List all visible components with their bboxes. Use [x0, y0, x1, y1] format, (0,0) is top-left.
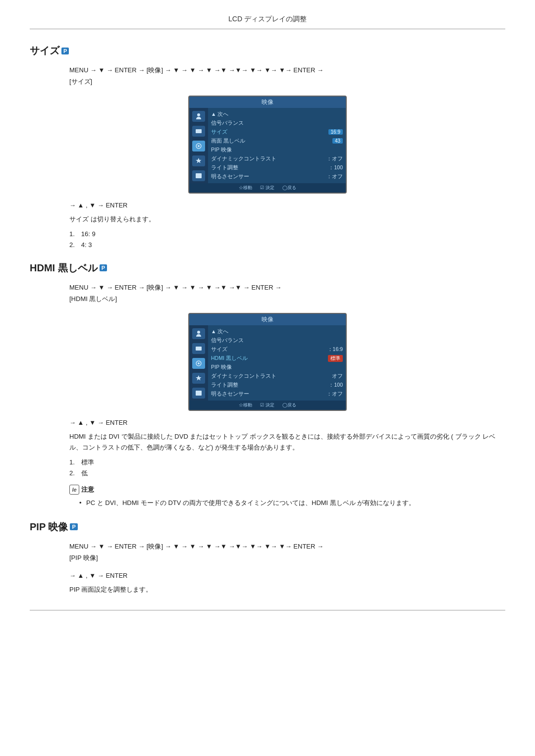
nav-instruction-pip: MENU → ▼ → ENTER → [映像] → ▼ → ▼ → ▼ →▼ →…	[69, 541, 505, 564]
menu-item-pip-1: PIP 映像	[211, 363, 343, 372]
menu-item-dynamic-0: ダイナミックコントラスト ：オフ	[211, 154, 343, 163]
sidebar-icon-hdmi-4	[192, 373, 205, 384]
menu-item-size-0: サイズ 16:9	[211, 128, 343, 137]
note-icon-img: Ie	[69, 485, 79, 495]
note-box-hdmi: Ie 注意 PC と DVI、HDMI モードの DTV の両方で使用できるタイ…	[69, 485, 505, 508]
sidebar-icon-hdmi-1	[192, 328, 205, 339]
sub-nav-hdmi: → ▲ , ▼ → ENTER	[69, 419, 505, 426]
sidebar-icon-2	[192, 126, 205, 137]
screen-footer-hdmi: ☆移動 ☑ 決定 ◯戻る	[189, 401, 346, 410]
menu-item-sensor-1: 明るさセンサー ：オフ	[211, 390, 343, 399]
sidebar-icon-hdmi-2	[192, 343, 205, 354]
menu-item-dynamic-1: ダイナミックコントラスト オフ	[211, 372, 343, 381]
svg-rect-9	[196, 347, 202, 351]
menu-item-sensor-0: 明るさセンサー ：オフ	[211, 172, 343, 181]
sidebar-icon-3	[192, 141, 205, 151]
size-item-2: 2. 4: 3	[69, 241, 505, 250]
section-heading-size: サイズ P	[30, 44, 505, 57]
screen-footer-size: ☆移動 ☑ 決定 ◯戻る	[189, 183, 346, 193]
screen-title-size: 映像	[189, 97, 346, 108]
section-hdmi: HDMI 黒しベル P MENU → ▼ → ENTER → [映像] → ▼ …	[30, 261, 505, 508]
sidebar-icon-5	[192, 170, 205, 181]
section-size: サイズ P MENU → ▼ → ENTER → [映像] → ▼ → ▼ → …	[30, 44, 505, 250]
description-size: サイズ は切り替えられます。	[69, 214, 505, 225]
description-hdmi: HDMI または DVI で製品に接続した DVD またはセットトップ ボックス…	[69, 431, 505, 453]
menu-item-light-1: ライト調整 ：100	[211, 381, 343, 390]
svg-rect-5	[196, 173, 202, 178]
nav-instruction-hdmi: MENU → ▼ → ENTER → [映像] → ▼ → ▼ → ▼ →▼ →…	[69, 282, 505, 305]
description-pip: PIP 画面設定を調整します。	[69, 584, 505, 595]
note-list-item-1: PC と DVI、HDMI モードの DTV の両方で使用できるタイミングについ…	[79, 498, 505, 508]
p-badge-pip: P	[70, 523, 77, 530]
size-item-1: 1. 16: 9	[69, 230, 505, 239]
screen-mockup-hdmi: 映像	[30, 313, 505, 411]
hdmi-item-1: 1. 標準	[69, 458, 505, 467]
svg-point-4	[198, 145, 200, 147]
menu-item-signal-1: 信号バランス	[211, 336, 343, 345]
screen-mockup-size: 映像	[30, 96, 505, 194]
note-list-hdmi: PC と DVI、HDMI モードの DTV の両方で使用できるタイミングについ…	[79, 498, 505, 508]
screen-menu-hdmi: ▲ 次へ 信号バランス サイズ ：16:9 HDMI 黒しベル 標準	[208, 325, 346, 401]
bottom-rule	[30, 610, 505, 610]
sub-nav-pip: → ▲ , ▼ → ENTER	[69, 572, 505, 579]
screen-sidebar-size	[189, 108, 208, 183]
p-badge-size: P	[61, 48, 69, 54]
note-icon-hdmi: Ie 注意	[69, 485, 94, 495]
screen-sidebar-hdmi	[189, 325, 208, 401]
screen-title-hdmi: 映像	[189, 314, 346, 325]
hdmi-item-2: 2. 低	[69, 469, 505, 478]
p-badge-hdmi: P	[100, 264, 107, 271]
menu-item-light-0: ライト調整 ：100	[211, 163, 343, 172]
svg-point-0	[197, 113, 200, 116]
menu-item-hdmi-1: HDMI 黒しベル 標準	[211, 354, 343, 363]
menu-item-black-0: 画面 黒しベル 43	[211, 137, 343, 146]
menu-item-signal-0: 信号バランス	[211, 119, 343, 128]
menu-item-size-1: サイズ ：16:9	[211, 345, 343, 354]
sidebar-icon-hdmi-5	[192, 388, 205, 399]
nav-instruction-size: MENU → ▼ → ENTER → [映像] → ▼ → ▼ → ▼ →▼ →…	[69, 64, 505, 88]
svg-rect-12	[196, 391, 202, 396]
svg-point-11	[198, 362, 200, 364]
svg-point-8	[197, 331, 200, 334]
section-heading-hdmi: HDMI 黒しベル P	[30, 261, 505, 275]
sidebar-icon-hdmi-3	[192, 358, 205, 369]
section-pip: PIP 映像 P MENU → ▼ → ENTER → [映像] → ▼ → ▼…	[30, 520, 505, 595]
menu-item-next-0: ▲ 次へ	[211, 110, 343, 119]
sub-nav-size: → ▲ , ▼ → ENTER	[69, 202, 505, 209]
section-heading-pip: PIP 映像 P	[30, 520, 505, 534]
sidebar-icon-4	[192, 155, 205, 166]
menu-item-next-1: ▲ 次へ	[211, 327, 343, 336]
screen-menu-size: ▲ 次へ 信号バランス サイズ 16:9 画面 黒しベル 43	[208, 108, 346, 183]
sidebar-icon-1	[192, 111, 205, 122]
menu-item-pip-0: PIP 映像	[211, 146, 343, 154]
page-container: LCD ディスプレイの調整 サイズ P MENU → ▼ → ENTER → […	[0, 0, 535, 630]
page-title: LCD ディスプレイの調整	[30, 15, 505, 29]
